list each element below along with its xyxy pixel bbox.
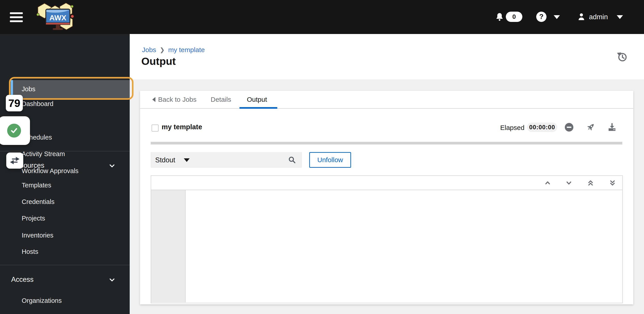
breadcrumb-separator: ❯ bbox=[156, 46, 168, 54]
page-header-band bbox=[130, 34, 644, 80]
job-output-card: Back to Jobs Details Output my template … bbox=[140, 91, 633, 304]
tab-output-active[interactable]: Output bbox=[247, 91, 267, 108]
job-select-checkbox[interactable] bbox=[152, 124, 158, 132]
job-progress-bar bbox=[151, 142, 622, 144]
elapsed-time-badge: 00:00:00 bbox=[527, 122, 557, 132]
sidebar-item-jobs-label[interactable]: Jobs bbox=[22, 86, 35, 93]
sidebar-item-hosts[interactable]: Hosts bbox=[22, 248, 38, 256]
chevron-down-icon[interactable] bbox=[109, 276, 116, 283]
output-line-number-gutter bbox=[151, 190, 186, 302]
sidebar-item-projects[interactable]: Projects bbox=[22, 215, 45, 222]
page-title: Output bbox=[141, 55, 176, 67]
cancel-job-icon[interactable] bbox=[564, 122, 574, 132]
sidebar-item-jobs-selected[interactable]: Jobs bbox=[11, 80, 130, 99]
annotation-step-badge: 79 bbox=[6, 95, 23, 112]
job-name: my template bbox=[162, 123, 202, 131]
stdout-filter-value: Stdout bbox=[155, 156, 175, 164]
active-tab-underline bbox=[240, 107, 277, 109]
awx-app: AWX 0 ? admin Views Dashboard Jobs Sch bbox=[0, 0, 644, 314]
history-icon[interactable] bbox=[616, 51, 628, 62]
masthead: AWX 0 ? admin bbox=[0, 0, 644, 34]
select-caret-icon bbox=[184, 158, 190, 162]
sidebar-item-dashboard[interactable]: Dashboard bbox=[22, 100, 54, 108]
swap-arrows-icon bbox=[10, 156, 20, 165]
username-label[interactable]: admin bbox=[589, 13, 608, 21]
annotation-success-card bbox=[0, 116, 30, 145]
scroll-to-bottom-double-chevron-icon[interactable] bbox=[609, 179, 616, 186]
unfollow-button[interactable]: Unfollow bbox=[309, 152, 351, 168]
scroll-next-chevron-down-icon[interactable] bbox=[565, 179, 572, 186]
breadcrumb-link-jobs[interactable]: Jobs bbox=[142, 46, 156, 54]
tab-bar: Back to Jobs Details Output bbox=[140, 91, 633, 109]
sidebar-item-templates[interactable]: Templates bbox=[22, 182, 51, 189]
relaunch-rocket-icon[interactable] bbox=[586, 122, 596, 132]
stdout-filter-select[interactable]: Stdout bbox=[151, 152, 302, 168]
breadcrumb-link-my-template[interactable]: my template bbox=[168, 46, 204, 54]
logo-text: AWX bbox=[50, 14, 66, 22]
download-output-icon[interactable] bbox=[607, 122, 617, 132]
sidebar-item-organizations[interactable]: Organizations bbox=[22, 297, 62, 304]
sidebar-divider bbox=[0, 151, 130, 152]
sidebar-item-credentials[interactable]: Credentials bbox=[22, 198, 54, 206]
sidebar-nav: Views Dashboard Jobs Schedules Activity … bbox=[0, 34, 130, 314]
sidebar-item-inventories[interactable]: Inventories bbox=[22, 232, 54, 239]
help-dropdown-caret-icon[interactable] bbox=[554, 15, 560, 19]
check-circle-icon bbox=[7, 124, 21, 138]
sidebar-divider bbox=[0, 265, 130, 265]
user-icon[interactable] bbox=[577, 12, 586, 22]
notifications-bell-icon[interactable] bbox=[495, 12, 504, 22]
annotation-action-card bbox=[6, 152, 23, 169]
breadcrumb: Jobs ❯ my template bbox=[142, 46, 205, 54]
elapsed-label: Elapsed bbox=[500, 124, 524, 132]
output-scroll-toolbar bbox=[151, 175, 623, 190]
awx-logo[interactable]: AWX bbox=[33, 1, 77, 33]
help-icon[interactable]: ? bbox=[536, 12, 546, 22]
nav-group-access[interactable]: Access bbox=[11, 276, 34, 284]
chevron-down-icon[interactable] bbox=[109, 162, 116, 169]
scroll-to-top-double-chevron-icon[interactable] bbox=[587, 179, 594, 186]
tab-details[interactable]: Details bbox=[211, 91, 231, 108]
user-dropdown-caret-icon[interactable] bbox=[617, 15, 623, 19]
search-icon[interactable] bbox=[288, 156, 296, 164]
back-triangle-icon bbox=[152, 97, 156, 102]
nav-toggle-hamburger-icon[interactable] bbox=[10, 12, 23, 22]
output-log-pane[interactable] bbox=[151, 190, 623, 303]
tab-back-to-jobs[interactable]: Back to Jobs bbox=[152, 91, 196, 108]
scroll-previous-chevron-up-icon[interactable] bbox=[544, 179, 551, 186]
notifications-count-badge[interactable]: 0 bbox=[506, 12, 522, 22]
